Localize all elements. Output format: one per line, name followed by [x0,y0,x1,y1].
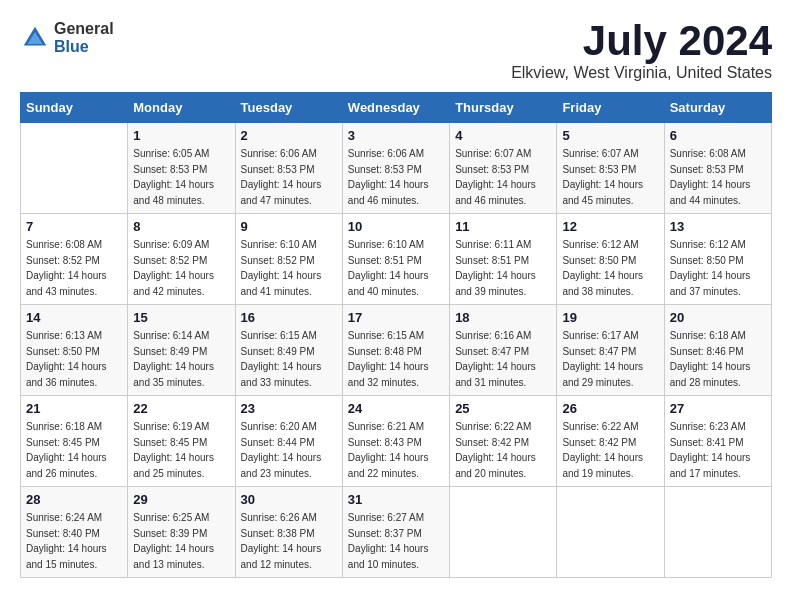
day-info: Sunrise: 6:24 AMSunset: 8:40 PMDaylight:… [26,510,122,572]
day-number: 3 [348,128,444,143]
day-info: Sunrise: 6:07 AMSunset: 8:53 PMDaylight:… [562,146,658,208]
calendar-cell: 30Sunrise: 6:26 AMSunset: 8:38 PMDayligh… [235,487,342,578]
day-number: 28 [26,492,122,507]
week-row-2: 7Sunrise: 6:08 AMSunset: 8:52 PMDaylight… [21,214,772,305]
day-info: Sunrise: 6:22 AMSunset: 8:42 PMDaylight:… [562,419,658,481]
day-number: 1 [133,128,229,143]
day-info: Sunrise: 6:18 AMSunset: 8:45 PMDaylight:… [26,419,122,481]
day-number: 23 [241,401,337,416]
weekday-header-row: SundayMondayTuesdayWednesdayThursdayFrid… [21,93,772,123]
weekday-header-thursday: Thursday [450,93,557,123]
calendar-cell: 25Sunrise: 6:22 AMSunset: 8:42 PMDayligh… [450,396,557,487]
month-title: July 2024 [511,20,772,62]
day-info: Sunrise: 6:09 AMSunset: 8:52 PMDaylight:… [133,237,229,299]
calendar-cell: 19Sunrise: 6:17 AMSunset: 8:47 PMDayligh… [557,305,664,396]
day-info: Sunrise: 6:15 AMSunset: 8:49 PMDaylight:… [241,328,337,390]
day-number: 9 [241,219,337,234]
calendar-cell: 6Sunrise: 6:08 AMSunset: 8:53 PMDaylight… [664,123,771,214]
calendar-cell: 21Sunrise: 6:18 AMSunset: 8:45 PMDayligh… [21,396,128,487]
calendar-cell: 15Sunrise: 6:14 AMSunset: 8:49 PMDayligh… [128,305,235,396]
calendar-cell: 27Sunrise: 6:23 AMSunset: 8:41 PMDayligh… [664,396,771,487]
day-info: Sunrise: 6:08 AMSunset: 8:52 PMDaylight:… [26,237,122,299]
calendar-cell: 2Sunrise: 6:06 AMSunset: 8:53 PMDaylight… [235,123,342,214]
weekday-header-sunday: Sunday [21,93,128,123]
calendar-cell [21,123,128,214]
calendar-cell: 1Sunrise: 6:05 AMSunset: 8:53 PMDaylight… [128,123,235,214]
day-number: 8 [133,219,229,234]
weekday-header-tuesday: Tuesday [235,93,342,123]
day-number: 25 [455,401,551,416]
day-number: 19 [562,310,658,325]
day-info: Sunrise: 6:23 AMSunset: 8:41 PMDaylight:… [670,419,766,481]
page-header: General Blue July 2024 Elkview, West Vir… [20,20,772,82]
calendar-cell: 18Sunrise: 6:16 AMSunset: 8:47 PMDayligh… [450,305,557,396]
calendar-cell: 24Sunrise: 6:21 AMSunset: 8:43 PMDayligh… [342,396,449,487]
day-number: 17 [348,310,444,325]
logo: General Blue [20,20,114,56]
calendar-cell [557,487,664,578]
day-info: Sunrise: 6:25 AMSunset: 8:39 PMDaylight:… [133,510,229,572]
calendar-cell: 23Sunrise: 6:20 AMSunset: 8:44 PMDayligh… [235,396,342,487]
day-number: 30 [241,492,337,507]
calendar-cell: 20Sunrise: 6:18 AMSunset: 8:46 PMDayligh… [664,305,771,396]
calendar-cell: 8Sunrise: 6:09 AMSunset: 8:52 PMDaylight… [128,214,235,305]
calendar-cell: 13Sunrise: 6:12 AMSunset: 8:50 PMDayligh… [664,214,771,305]
logo-general: General [54,20,114,37]
calendar-cell: 28Sunrise: 6:24 AMSunset: 8:40 PMDayligh… [21,487,128,578]
day-number: 20 [670,310,766,325]
day-number: 18 [455,310,551,325]
calendar-cell: 4Sunrise: 6:07 AMSunset: 8:53 PMDaylight… [450,123,557,214]
day-info: Sunrise: 6:26 AMSunset: 8:38 PMDaylight:… [241,510,337,572]
week-row-1: 1Sunrise: 6:05 AMSunset: 8:53 PMDaylight… [21,123,772,214]
title-block: July 2024 Elkview, West Virginia, United… [511,20,772,82]
day-number: 24 [348,401,444,416]
day-number: 6 [670,128,766,143]
logo-icon [20,23,50,53]
calendar-cell: 16Sunrise: 6:15 AMSunset: 8:49 PMDayligh… [235,305,342,396]
day-number: 15 [133,310,229,325]
day-info: Sunrise: 6:05 AMSunset: 8:53 PMDaylight:… [133,146,229,208]
day-number: 7 [26,219,122,234]
day-info: Sunrise: 6:16 AMSunset: 8:47 PMDaylight:… [455,328,551,390]
calendar-cell: 12Sunrise: 6:12 AMSunset: 8:50 PMDayligh… [557,214,664,305]
day-number: 14 [26,310,122,325]
day-number: 10 [348,219,444,234]
day-info: Sunrise: 6:12 AMSunset: 8:50 PMDaylight:… [670,237,766,299]
day-info: Sunrise: 6:06 AMSunset: 8:53 PMDaylight:… [348,146,444,208]
day-info: Sunrise: 6:12 AMSunset: 8:50 PMDaylight:… [562,237,658,299]
calendar-cell: 31Sunrise: 6:27 AMSunset: 8:37 PMDayligh… [342,487,449,578]
calendar-cell: 11Sunrise: 6:11 AMSunset: 8:51 PMDayligh… [450,214,557,305]
week-row-5: 28Sunrise: 6:24 AMSunset: 8:40 PMDayligh… [21,487,772,578]
logo-text: General Blue [54,20,114,56]
day-number: 31 [348,492,444,507]
day-number: 5 [562,128,658,143]
day-info: Sunrise: 6:07 AMSunset: 8:53 PMDaylight:… [455,146,551,208]
calendar-cell [450,487,557,578]
calendar-cell [664,487,771,578]
calendar-header: SundayMondayTuesdayWednesdayThursdayFrid… [21,93,772,123]
day-number: 12 [562,219,658,234]
weekday-header-monday: Monday [128,93,235,123]
week-row-3: 14Sunrise: 6:13 AMSunset: 8:50 PMDayligh… [21,305,772,396]
day-number: 26 [562,401,658,416]
calendar-cell: 3Sunrise: 6:06 AMSunset: 8:53 PMDaylight… [342,123,449,214]
day-number: 21 [26,401,122,416]
day-info: Sunrise: 6:06 AMSunset: 8:53 PMDaylight:… [241,146,337,208]
day-number: 13 [670,219,766,234]
calendar-body: 1Sunrise: 6:05 AMSunset: 8:53 PMDaylight… [21,123,772,578]
day-number: 2 [241,128,337,143]
day-info: Sunrise: 6:20 AMSunset: 8:44 PMDaylight:… [241,419,337,481]
day-info: Sunrise: 6:27 AMSunset: 8:37 PMDaylight:… [348,510,444,572]
weekday-header-friday: Friday [557,93,664,123]
calendar-table: SundayMondayTuesdayWednesdayThursdayFrid… [20,92,772,578]
location-title: Elkview, West Virginia, United States [511,64,772,82]
day-info: Sunrise: 6:13 AMSunset: 8:50 PMDaylight:… [26,328,122,390]
day-info: Sunrise: 6:18 AMSunset: 8:46 PMDaylight:… [670,328,766,390]
weekday-header-wednesday: Wednesday [342,93,449,123]
calendar-cell: 29Sunrise: 6:25 AMSunset: 8:39 PMDayligh… [128,487,235,578]
calendar-cell: 22Sunrise: 6:19 AMSunset: 8:45 PMDayligh… [128,396,235,487]
day-number: 22 [133,401,229,416]
day-info: Sunrise: 6:10 AMSunset: 8:52 PMDaylight:… [241,237,337,299]
day-info: Sunrise: 6:10 AMSunset: 8:51 PMDaylight:… [348,237,444,299]
day-info: Sunrise: 6:15 AMSunset: 8:48 PMDaylight:… [348,328,444,390]
